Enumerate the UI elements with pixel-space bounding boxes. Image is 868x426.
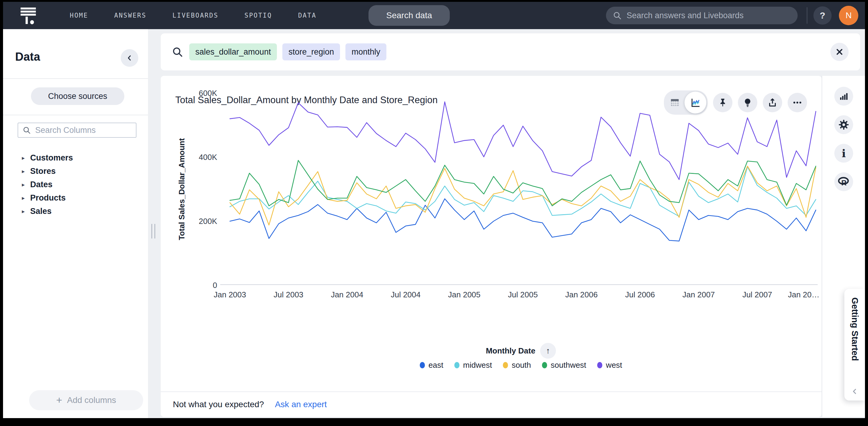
choose-sources-button[interactable]: Choose sources: [31, 87, 124, 105]
x-axis-label-row: Monthly Date ↑: [220, 343, 822, 359]
legend-item-east[interactable]: east: [420, 361, 443, 370]
legend-label: south: [512, 361, 531, 370]
series-line-midwest[interactable]: [230, 167, 816, 217]
svg-text:Jul 2007: Jul 2007: [742, 290, 772, 299]
help-button[interactable]: ?: [813, 6, 832, 25]
sidebar-collapse-button[interactable]: [121, 49, 138, 67]
legend-item-midwest[interactable]: midwest: [454, 361, 492, 370]
svg-text:Jan 2007: Jan 2007: [682, 290, 715, 299]
search-data-button[interactable]: Search data: [369, 5, 450, 26]
app-window: HOMEANSWERSLIVEBOARDSSPOTIQDATA Search d…: [3, 2, 865, 418]
chevron-left-icon: [126, 54, 133, 62]
legend-dot-icon: [542, 362, 547, 368]
nav-item-answers[interactable]: ANSWERS: [114, 12, 147, 19]
svg-text:Jan 20…: Jan 20…: [788, 290, 819, 299]
legend-dot-icon: [597, 362, 602, 368]
answer-card: Total Sales_Dollar_Amount by Monthly Dat…: [161, 76, 822, 417]
info-button[interactable]: i: [834, 144, 853, 163]
search-token-bar[interactable]: sales_dollar_amountstore_regionmonthly: [161, 33, 860, 70]
search-token-monthly[interactable]: monthly: [345, 43, 386, 60]
search-columns-input[interactable]: Search Columns: [18, 123, 136, 138]
plus-icon: +: [56, 395, 62, 405]
legend-label: east: [429, 361, 443, 370]
clear-search-button[interactable]: [830, 43, 848, 61]
search-icon: [23, 126, 31, 134]
avatar[interactable]: N: [839, 6, 858, 25]
svg-text:Jul 2005: Jul 2005: [508, 290, 538, 299]
caret-right-icon[interactable]: ▸: [22, 195, 25, 201]
x-axis-title: Monthly Date: [486, 346, 535, 356]
caret-right-icon[interactable]: ▸: [22, 182, 25, 187]
chart-legend: eastmidwestsouthsouthwestwest: [220, 361, 822, 370]
r-analysis-button[interactable]: R: [834, 172, 853, 191]
tree-item-stores[interactable]: ▸Stores: [22, 164, 73, 178]
sidebar-divider: [3, 115, 148, 115]
thoughtspot-logo-icon[interactable]: [19, 5, 39, 26]
svg-text:R: R: [841, 179, 846, 187]
legend-label: west: [606, 361, 622, 370]
tree-item-label: Customers: [30, 153, 73, 163]
sidebar-title: Data: [15, 50, 40, 63]
search-icon: [172, 46, 183, 58]
tree-item-sales[interactable]: ▸Sales: [22, 205, 73, 218]
legend-item-south[interactable]: south: [503, 361, 531, 370]
tree-item-products[interactable]: ▸Products: [22, 191, 73, 205]
svg-text:200K: 200K: [199, 217, 217, 226]
chart-config-button[interactable]: [834, 87, 853, 105]
svg-text:0: 0: [213, 281, 217, 290]
close-icon: [836, 48, 843, 56]
series-line-east[interactable]: [230, 199, 816, 241]
footer-question: Not what you expected?: [173, 400, 264, 409]
search-token-store_region[interactable]: store_region: [282, 43, 340, 60]
legend-item-west[interactable]: west: [597, 361, 622, 370]
legend-item-southwest[interactable]: southwest: [542, 361, 586, 370]
legend-label: midwest: [463, 361, 492, 370]
tree-item-dates[interactable]: ▸Dates: [22, 178, 73, 191]
panel-resize-handle[interactable]: [151, 224, 155, 239]
tree-item-label: Stores: [30, 166, 56, 176]
svg-text:Jan 2003: Jan 2003: [214, 290, 246, 299]
top-nav: HOMEANSWERSLIVEBOARDSSPOTIQDATA Search d…: [3, 2, 865, 29]
tree-item-label: Products: [30, 193, 66, 203]
getting-started-panel[interactable]: Getting Started: [844, 289, 865, 400]
nav-menu: HOMEANSWERSLIVEBOARDSSPOTIQDATA: [70, 2, 316, 29]
line-chart[interactable]: Total Sales_Dollar_Amount0200K400K600KJa…: [161, 76, 822, 343]
nav-item-data[interactable]: DATA: [298, 12, 317, 19]
legend-label: southwest: [551, 361, 586, 370]
nav-item-liveboards[interactable]: LIVEBOARDS: [173, 12, 218, 19]
global-search-placeholder: Search answers and Liveboards: [627, 11, 744, 20]
caret-right-icon[interactable]: ▸: [22, 155, 25, 161]
chevron-left-icon[interactable]: [851, 388, 858, 396]
settings-button[interactable]: [834, 115, 853, 134]
arrow-up-icon: ↑: [546, 346, 550, 356]
sort-ascending-button[interactable]: ↑: [540, 343, 556, 359]
data-sidebar: Data Choose sources Search Columns ▸Cust…: [3, 29, 148, 418]
sidebar-divider: [3, 78, 148, 79]
caret-right-icon[interactable]: ▸: [22, 169, 25, 174]
ask-an-expert-link[interactable]: Ask an expert: [275, 400, 327, 409]
add-columns-button[interactable]: + Add columns: [29, 390, 143, 410]
svg-text:Jul 2006: Jul 2006: [625, 290, 655, 299]
source-tree: ▸Customers▸Stores▸Dates▸Products▸Sales: [22, 151, 73, 218]
tree-item-customers[interactable]: ▸Customers: [22, 151, 73, 164]
tree-item-label: Sales: [30, 207, 52, 216]
caret-right-icon[interactable]: ▸: [22, 208, 25, 214]
gear-icon: [838, 119, 849, 130]
nav-item-spotiq[interactable]: SPOTIQ: [244, 12, 272, 19]
search-columns-placeholder: Search Columns: [35, 126, 96, 135]
search-token-sales_dollar_amount[interactable]: sales_dollar_amount: [189, 43, 277, 60]
svg-text:Total Sales_Dollar_Amount: Total Sales_Dollar_Amount: [177, 138, 186, 240]
svg-text:400K: 400K: [199, 153, 217, 162]
svg-text:Jul 2003: Jul 2003: [274, 290, 303, 299]
token-list: sales_dollar_amountstore_regionmonthly: [189, 43, 386, 60]
info-icon: i: [842, 148, 846, 159]
nav-divider: [807, 7, 807, 24]
svg-text:600K: 600K: [199, 89, 217, 98]
tree-item-label: Dates: [30, 180, 53, 189]
series-line-west[interactable]: [230, 102, 816, 180]
bar-chart-icon: [839, 91, 848, 101]
nav-item-home[interactable]: HOME: [70, 12, 88, 19]
add-columns-label: Add columns: [67, 395, 116, 405]
series-line-south[interactable]: [230, 166, 816, 225]
global-search-input[interactable]: Search answers and Liveboards: [606, 7, 798, 24]
